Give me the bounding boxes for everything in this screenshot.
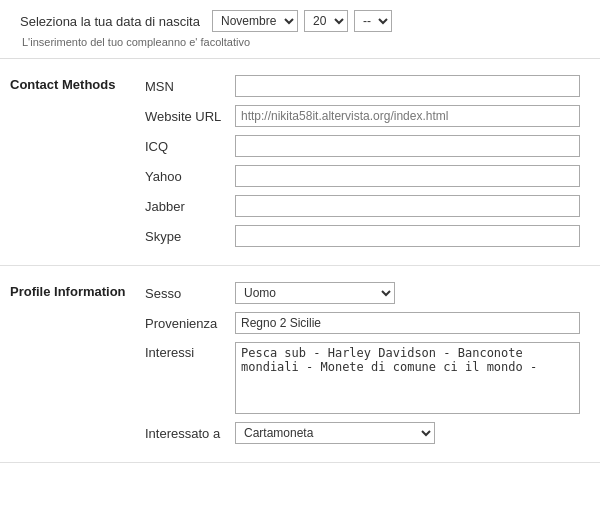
field-row-yahoo: Yahoo bbox=[145, 165, 580, 187]
msn-input[interactable] bbox=[235, 75, 580, 97]
icq-input[interactable] bbox=[235, 135, 580, 157]
birthday-month-select[interactable]: Novembre GennaioFebbraioMarzo AprileMagg… bbox=[212, 10, 298, 32]
msn-label: MSN bbox=[145, 79, 235, 94]
contact-methods-block: Contact Methods MSN Website URL ICQ Yaho… bbox=[0, 59, 600, 266]
jabber-label: Jabber bbox=[145, 199, 235, 214]
skype-input[interactable] bbox=[235, 225, 580, 247]
field-row-sesso: Sesso Uomo Donna bbox=[145, 282, 580, 304]
field-row-provenienza: Provenienza bbox=[145, 312, 580, 334]
yahoo-input[interactable] bbox=[235, 165, 580, 187]
contact-methods-title: Contact Methods bbox=[0, 75, 145, 255]
field-row-interessato: Interessato a Cartamoneta Monete Bancono… bbox=[145, 422, 580, 444]
birthday-hint: L'inserimento del tuo compleanno e' faco… bbox=[22, 36, 580, 48]
sesso-label: Sesso bbox=[145, 286, 235, 301]
birthday-section: Seleziona la tua data di nascita Novembr… bbox=[0, 0, 600, 59]
jabber-input[interactable] bbox=[235, 195, 580, 217]
website-label: Website URL bbox=[145, 109, 235, 124]
field-row-icq: ICQ bbox=[145, 135, 580, 157]
profile-information-section: Profile Information Sesso Uomo Donna Pro… bbox=[0, 266, 600, 463]
provenienza-label: Provenienza bbox=[145, 316, 235, 331]
profile-information-title: Profile Information bbox=[0, 282, 145, 452]
sesso-select[interactable]: Uomo Donna bbox=[235, 282, 395, 304]
profile-information-fields: Sesso Uomo Donna Provenienza Interessi P… bbox=[145, 282, 600, 452]
yahoo-label: Yahoo bbox=[145, 169, 235, 184]
skype-label: Skype bbox=[145, 229, 235, 244]
icq-label: ICQ bbox=[145, 139, 235, 154]
profile-information-block: Profile Information Sesso Uomo Donna Pro… bbox=[0, 266, 600, 463]
interessato-label: Interessato a bbox=[145, 426, 235, 441]
birthday-label: Seleziona la tua data di nascita bbox=[20, 14, 200, 29]
website-input[interactable] bbox=[235, 105, 580, 127]
birthday-year-select[interactable]: -- bbox=[354, 10, 392, 32]
birthday-day-select[interactable]: 20 1234 5678 9101112 13141516 17181921 2… bbox=[304, 10, 348, 32]
field-row-msn: MSN bbox=[145, 75, 580, 97]
field-row-jabber: Jabber bbox=[145, 195, 580, 217]
interessi-label: Interessi bbox=[145, 342, 235, 360]
contact-methods-section: Contact Methods MSN Website URL ICQ Yaho… bbox=[0, 59, 600, 266]
field-row-website: Website URL bbox=[145, 105, 580, 127]
interessato-select[interactable]: Cartamoneta Monete Banconote Altro bbox=[235, 422, 435, 444]
field-row-skype: Skype bbox=[145, 225, 580, 247]
field-row-interessi: Interessi Pesca sub - Harley Davidson - … bbox=[145, 342, 580, 414]
interessi-textarea[interactable]: Pesca sub - Harley Davidson - Banconote … bbox=[235, 342, 580, 414]
contact-methods-fields: MSN Website URL ICQ Yahoo Jabber Skype bbox=[145, 75, 600, 255]
provenienza-input[interactable] bbox=[235, 312, 580, 334]
